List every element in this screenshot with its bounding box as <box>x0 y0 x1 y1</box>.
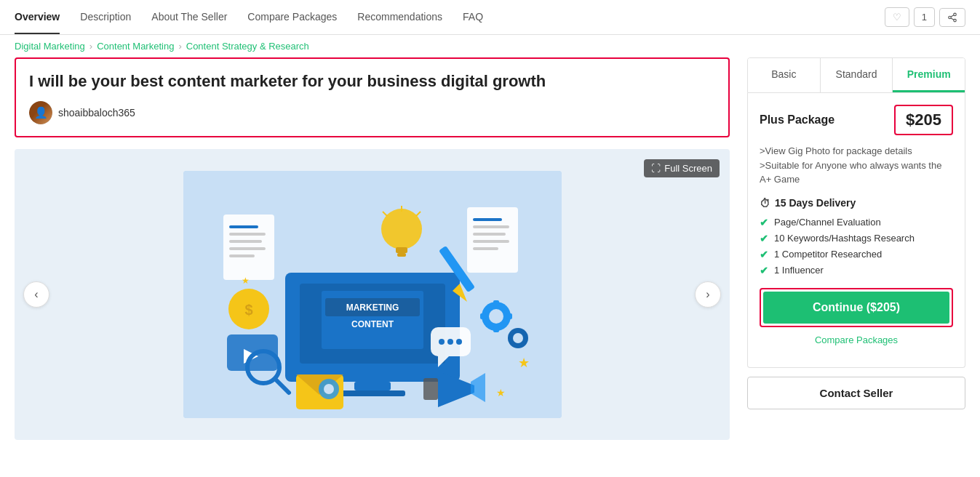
svg-text:MARKETING: MARKETING <box>346 302 399 313</box>
top-nav: Overview Description About The Seller Co… <box>0 0 980 35</box>
svg-rect-15 <box>229 225 258 228</box>
nav-item-compare-packages[interactable]: Compare Packages <box>247 1 337 34</box>
package-name: Plus Package <box>760 113 834 127</box>
svg-line-4 <box>951 15 954 16</box>
gig-image: MARKETING CONTENT <box>183 171 562 418</box>
nav-actions: ♡ 1 <box>885 7 965 27</box>
package-delivery: ⏱ 15 Days Delivery <box>760 197 953 209</box>
svg-rect-42 <box>480 313 486 319</box>
tab-premium[interactable]: Premium <box>893 58 965 92</box>
continue-button-wrapper: Continue ($205) <box>760 288 953 327</box>
avatar-image: 👤 <box>29 101 52 124</box>
check-icon-2: ✔ <box>760 233 768 244</box>
fullscreen-icon: ⛶ <box>651 163 661 174</box>
image-area: ‹ MARKETING CONTENT <box>15 149 730 440</box>
feature-label-1: Page/Channel Evaluation <box>774 217 881 228</box>
svg-rect-40 <box>493 300 499 306</box>
svg-point-51 <box>447 339 453 345</box>
delivery-text: 15 Days Delivery <box>775 197 856 209</box>
seller-info: 👤 shoaibbaloch365 <box>29 101 715 124</box>
svg-point-50 <box>439 339 445 345</box>
continue-button[interactable]: Continue ($205) <box>763 292 949 324</box>
share-button[interactable] <box>939 8 965 27</box>
svg-line-3 <box>951 17 954 19</box>
main-layout: I will be your best content marketer for… <box>0 57 980 454</box>
svg-rect-19 <box>229 254 255 257</box>
like-count: 1 <box>914 7 935 27</box>
package-price: $205 <box>894 105 953 135</box>
breadcrumb-content-marketing[interactable]: Content Marketing <box>97 41 174 52</box>
svg-rect-21 <box>473 218 502 221</box>
fullscreen-button[interactable]: ⛶ Full Screen <box>644 159 720 177</box>
breadcrumb-digital-marketing[interactable]: Digital Marketing <box>15 41 85 52</box>
feature-1: ✔ Page/Channel Evaluation <box>760 217 953 228</box>
package-tabs: Basic Standard Premium <box>747 57 965 93</box>
package-features: ✔ Page/Channel Evaluation ✔ 10 Keywords/… <box>760 217 953 276</box>
svg-point-0 <box>954 13 957 16</box>
clock-icon: ⏱ <box>760 197 770 209</box>
feature-4: ✔ 1 Influencer <box>760 265 953 276</box>
nav-item-faq[interactable]: FAQ <box>463 1 483 34</box>
package-description: >View Gig Photo for package details >Sui… <box>760 144 953 187</box>
avatar: 👤 <box>29 101 52 124</box>
feature-label-2: 10 Keywords/Hashtags Research <box>774 233 915 244</box>
feature-label-3: 1 Competitor Researched <box>774 249 882 260</box>
svg-rect-18 <box>229 247 266 250</box>
svg-rect-56 <box>423 378 438 400</box>
svg-rect-24 <box>473 240 509 243</box>
gig-title: I will be your best content marketer for… <box>29 71 715 92</box>
feature-3: ✔ 1 Competitor Researched <box>760 249 953 260</box>
tab-basic[interactable]: Basic <box>748 58 821 92</box>
svg-rect-23 <box>473 233 506 236</box>
compare-packages-link[interactable]: Compare Packages <box>760 334 953 345</box>
breadcrumb-content-strategy[interactable]: Content Strategy & Research <box>186 41 309 52</box>
svg-point-39 <box>489 309 503 324</box>
svg-point-2 <box>954 19 957 22</box>
nav-item-recommendations[interactable]: Recommendations <box>357 1 442 34</box>
check-icon-4: ✔ <box>760 265 768 276</box>
svg-text:CONTENT: CONTENT <box>351 319 394 329</box>
tab-standard[interactable]: Standard <box>821 58 893 92</box>
svg-point-45 <box>513 333 523 343</box>
like-button[interactable]: ♡ <box>885 7 909 27</box>
svg-rect-16 <box>229 233 266 236</box>
check-icon-3: ✔ <box>760 249 768 260</box>
prev-button[interactable]: ‹ <box>23 281 49 308</box>
svg-rect-22 <box>473 225 509 228</box>
svg-point-52 <box>456 339 462 345</box>
nav-item-about-seller[interactable]: About The Seller <box>151 1 227 34</box>
svg-rect-27 <box>396 247 407 253</box>
nav-item-description[interactable]: Description <box>80 1 131 34</box>
svg-rect-12 <box>354 382 391 390</box>
svg-rect-43 <box>506 313 512 319</box>
left-panel: I will be your best content marketer for… <box>15 57 730 440</box>
svg-point-1 <box>949 16 952 19</box>
svg-text:★: ★ <box>496 387 506 398</box>
seller-name[interactable]: shoaibbaloch365 <box>58 107 135 119</box>
svg-rect-17 <box>229 240 262 243</box>
fullscreen-label: Full Screen <box>664 163 712 174</box>
svg-rect-25 <box>473 247 498 250</box>
nav-item-overview[interactable]: Overview <box>15 1 60 34</box>
contact-seller-button[interactable]: Contact Seller <box>747 377 965 409</box>
svg-point-26 <box>381 209 422 249</box>
feature-label-4: 1 Influencer <box>774 265 824 276</box>
svg-rect-13 <box>340 390 405 396</box>
breadcrumb-sep-1: › <box>89 41 92 52</box>
svg-rect-28 <box>397 253 406 257</box>
breadcrumb: Digital Marketing › Content Marketing › … <box>0 35 980 57</box>
title-card: I will be your best content marketer for… <box>15 57 730 137</box>
breadcrumb-sep-2: › <box>178 41 181 52</box>
svg-point-63 <box>324 384 334 394</box>
svg-text:★: ★ <box>242 276 250 286</box>
nav-items: Overview Description About The Seller Co… <box>15 1 885 34</box>
svg-text:★: ★ <box>518 356 530 370</box>
package-card: Plus Package $205 >View Gig Photo for pa… <box>747 93 965 368</box>
check-icon-1: ✔ <box>760 217 768 228</box>
right-panel: Basic Standard Premium Plus Package $205… <box>747 57 965 440</box>
svg-rect-41 <box>493 326 499 332</box>
svg-text:$: $ <box>244 302 252 318</box>
next-button[interactable]: › <box>695 281 721 308</box>
package-header: Plus Package $205 <box>760 105 953 135</box>
feature-2: ✔ 10 Keywords/Hashtags Research <box>760 233 953 244</box>
